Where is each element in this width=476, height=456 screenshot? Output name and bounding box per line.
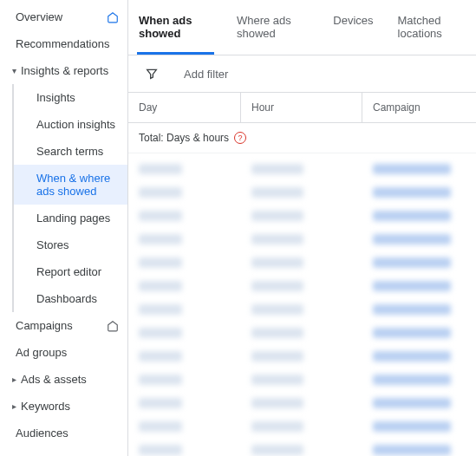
tab-where-ads-showed[interactable]: Where ads showed — [235, 0, 310, 55]
tab-bar: When ads showed Where ads showed Devices… — [128, 0, 476, 55]
sidebar-label: Ad groups — [16, 346, 119, 359]
sidebar-label: Overview — [16, 10, 107, 23]
sidebar-item-keywords[interactable]: ▸ Keywords — [0, 393, 127, 420]
table-row — [139, 414, 466, 438]
table-body-blurred — [128, 153, 476, 456]
sidebar-label: Audiences — [16, 427, 119, 440]
table-row — [139, 251, 466, 274]
table-row — [139, 391, 466, 414]
sidebar-item-campaigns[interactable]: Campaigns — [0, 312, 127, 339]
filter-icon[interactable] — [144, 66, 160, 81]
sidebar: Overview Recommendations ▾ Insights & re… — [0, 0, 128, 456]
home-icon — [107, 11, 119, 23]
table-header-row: Day Hour Campaign — [128, 93, 476, 123]
sidebar-item-content[interactable]: ▸ Content — [0, 446, 127, 456]
caret-right-icon: ▸ — [9, 401, 19, 411]
main-content: When ads showed Where ads showed Devices… — [128, 0, 476, 456]
data-table: Day Hour Campaign Total: Days & hours ? — [128, 92, 476, 456]
sidebar-sub-insights[interactable]: Insights — [12, 84, 127, 111]
home-icon — [107, 320, 119, 332]
tab-devices[interactable]: Devices — [331, 0, 375, 55]
table-total-row: Total: Days & hours ? — [128, 123, 476, 153]
sidebar-label: Insights & reports — [21, 64, 119, 77]
sidebar-item-overview[interactable]: Overview — [0, 3, 127, 30]
table-row — [139, 344, 466, 368]
sidebar-item-audiences[interactable]: Audiences — [0, 420, 127, 446]
sidebar-sub-auction[interactable]: Auction insights — [12, 111, 127, 138]
tab-when-ads-showed[interactable]: When ads showed — [137, 0, 214, 55]
sidebar-label: Keywords — [21, 400, 119, 413]
total-label: Total: Days & hours — [139, 132, 229, 144]
sidebar-label: Ads & assets — [21, 373, 119, 386]
caret-down-icon: ▾ — [9, 66, 19, 75]
sidebar-sub-report-editor[interactable]: Report editor — [12, 258, 127, 285]
column-header-hour[interactable]: Hour — [241, 93, 362, 122]
sidebar-item-ad-groups[interactable]: Ad groups — [0, 339, 127, 366]
sidebar-sub-landing[interactable]: Landing pages — [12, 205, 127, 231]
table-row — [139, 321, 466, 344]
table-row — [139, 157, 466, 180]
tab-matched-locations[interactable]: Matched locations — [396, 0, 467, 55]
column-header-day[interactable]: Day — [128, 93, 241, 122]
sidebar-label: Campaigns — [16, 319, 107, 332]
sidebar-sub-dashboards[interactable]: Dashboards — [12, 285, 127, 312]
table-row — [139, 274, 466, 297]
caret-right-icon: ▸ — [9, 375, 19, 384]
table-row — [139, 204, 466, 227]
column-header-campaign[interactable]: Campaign — [362, 93, 476, 122]
table-row — [139, 438, 466, 456]
filter-bar: Add filter — [128, 55, 476, 92]
help-icon[interactable]: ? — [234, 132, 246, 144]
sidebar-item-ads-assets[interactable]: ▸ Ads & assets — [0, 366, 127, 393]
table-row — [139, 227, 466, 251]
sidebar-item-insights-reports[interactable]: ▾ Insights & reports — [0, 57, 127, 84]
sidebar-item-recommendations[interactable]: Recommendations — [0, 30, 127, 57]
sidebar-label: Recommendations — [16, 37, 119, 50]
table-row — [139, 368, 466, 391]
add-filter-button[interactable]: Add filter — [184, 68, 228, 81]
table-row — [139, 297, 466, 321]
sidebar-sub-search-terms[interactable]: Search terms — [12, 138, 127, 165]
sidebar-sub-when-where[interactable]: When & where ads showed — [12, 165, 127, 205]
table-row — [139, 180, 466, 204]
sidebar-sub-stores[interactable]: Stores — [12, 231, 127, 258]
